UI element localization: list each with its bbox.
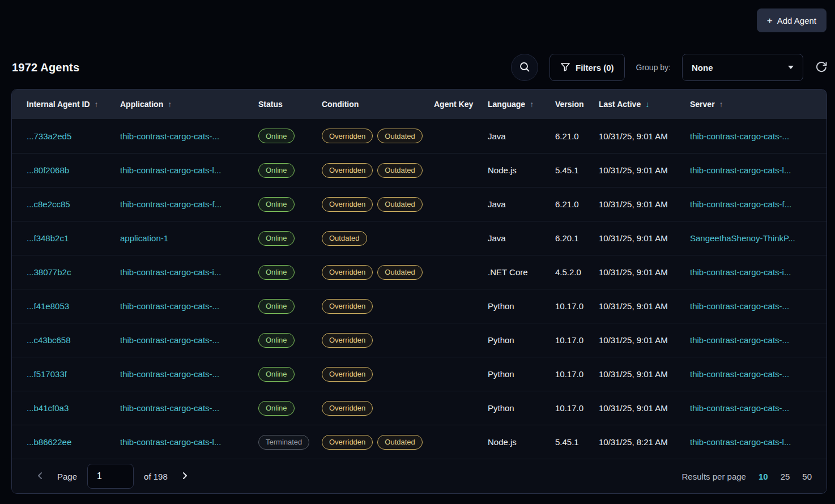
server-link[interactable]: thib-contrast-cargo-cats-...: [690, 403, 789, 413]
server-link[interactable]: thib-contrast-cargo-cats-l...: [690, 437, 791, 447]
refresh-button[interactable]: [815, 60, 828, 75]
cell-last-active: 10/31/25, 9:01 AM: [599, 301, 690, 311]
application-link[interactable]: thib-contrast-cargo-cats-...: [120, 335, 219, 345]
agent-id-link[interactable]: ...f517033f: [27, 369, 67, 379]
cell-language: Java: [488, 131, 555, 141]
server-link[interactable]: thib-contrast-cargo-cats-i...: [690, 267, 791, 277]
cell-server: thib-contrast-cargo-cats-...: [690, 335, 827, 345]
server-link[interactable]: thib-contrast-cargo-cats-...: [690, 301, 789, 311]
cell-server: thib-contrast-cargo-cats-...: [690, 131, 827, 141]
agent-id-link[interactable]: ...b41cf0a3: [27, 403, 69, 413]
cell-status: Online: [258, 129, 322, 143]
table-row: ...c43bc658 thib-contrast-cargo-cats-...…: [12, 323, 827, 357]
agent-id-link[interactable]: ...38077b2c: [27, 267, 71, 277]
application-link[interactable]: thib-contrast-cargo-cats-l...: [120, 437, 221, 447]
table-header-row: Internal Agent ID ↑ Application ↑ Status…: [12, 89, 827, 119]
search-icon: [519, 61, 530, 74]
agent-id-link[interactable]: ...80f2068b: [27, 165, 69, 175]
next-page-button[interactable]: [178, 469, 191, 484]
server-link[interactable]: SangeethaShenoy-ThinkP...: [690, 233, 795, 243]
sort-asc-icon: ↑: [95, 100, 99, 109]
agent-id-link[interactable]: ...b86622ee: [27, 437, 71, 447]
cell-agent-id: ...f348b2c1: [27, 233, 120, 243]
page-total-label: of 198: [144, 472, 168, 481]
condition-badge: Overridden: [322, 265, 373, 280]
application-link[interactable]: thib-contrast-cargo-cats-i...: [120, 267, 221, 277]
table-row: ...f41e8053 thib-contrast-cargo-cats-...…: [12, 289, 827, 323]
cell-application: thib-contrast-cargo-cats-...: [120, 403, 258, 413]
col-header-last-active[interactable]: Last Active ↓: [599, 100, 690, 109]
condition-badge: Outdated: [322, 231, 367, 246]
server-link[interactable]: thib-contrast-cargo-cats-...: [690, 131, 789, 141]
condition-badge: Overridden: [322, 333, 373, 348]
agent-id-link[interactable]: ...c8e2cc85: [27, 199, 70, 209]
per-page-option-25[interactable]: 25: [781, 472, 790, 481]
previous-page-button[interactable]: [33, 469, 47, 484]
cell-version: 6.21.0: [555, 131, 599, 141]
server-link[interactable]: thib-contrast-cargo-cats-l...: [690, 165, 791, 175]
per-page-option-10[interactable]: 10: [759, 472, 768, 481]
col-header-internal-agent-id[interactable]: Internal Agent ID ↑: [27, 100, 120, 109]
agent-id-link[interactable]: ...f41e8053: [27, 301, 69, 311]
status-badge: Online: [258, 265, 295, 280]
col-header-server[interactable]: Server ↑: [690, 100, 827, 109]
filters-label: Filters (0): [576, 63, 614, 72]
cell-status: Online: [258, 265, 322, 280]
application-link[interactable]: thib-contrast-cargo-cats-...: [120, 403, 219, 413]
col-header-agent-key[interactable]: Agent Key: [434, 100, 488, 109]
cell-condition: OverriddenOutdated: [322, 163, 434, 178]
table-row: ...80f2068b thib-contrast-cargo-cats-l..…: [12, 153, 827, 187]
agent-id-link[interactable]: ...733a2ed5: [27, 131, 71, 141]
application-link[interactable]: thib-contrast-cargo-cats-l...: [120, 165, 221, 175]
cell-last-active: 10/31/25, 9:01 AM: [599, 233, 690, 243]
cell-last-active: 10/31/25, 9:01 AM: [599, 199, 690, 209]
col-header-status[interactable]: Status: [258, 100, 322, 109]
page-number-input[interactable]: [87, 464, 134, 489]
refresh-icon: [815, 60, 828, 75]
group-by-select[interactable]: None: [682, 54, 803, 81]
filters-button[interactable]: Filters (0): [549, 54, 625, 81]
table-row: ...38077b2c thib-contrast-cargo-cats-i..…: [12, 255, 827, 289]
server-link[interactable]: thib-contrast-cargo-cats-...: [690, 369, 789, 379]
cell-agent-id: ...38077b2c: [27, 267, 120, 277]
cell-condition: Overridden: [322, 367, 434, 382]
application-link[interactable]: thib-contrast-cargo-cats-...: [120, 369, 219, 379]
application-link[interactable]: thib-contrast-cargo-cats-...: [120, 131, 219, 141]
cell-application: thib-contrast-cargo-cats-i...: [120, 267, 258, 277]
cell-status: Terminated: [258, 435, 322, 450]
cell-last-active: 10/31/25, 9:01 AM: [599, 131, 690, 141]
col-header-condition[interactable]: Condition: [322, 100, 434, 109]
server-link[interactable]: thib-contrast-cargo-cats-f...: [690, 199, 791, 209]
cell-status: Online: [258, 197, 322, 212]
col-header-version[interactable]: Version: [555, 100, 599, 109]
cell-server: thib-contrast-cargo-cats-...: [690, 301, 827, 311]
cell-server: SangeethaShenoy-ThinkP...: [690, 233, 827, 243]
cell-condition: Overridden: [322, 333, 434, 348]
col-header-application[interactable]: Application ↑: [120, 100, 258, 109]
add-agent-button[interactable]: + Add Agent: [757, 8, 827, 32]
col-header-language[interactable]: Language ↑: [488, 100, 555, 109]
cell-language: Python: [488, 301, 555, 311]
agent-id-link[interactable]: ...f348b2c1: [27, 233, 69, 243]
server-link[interactable]: thib-contrast-cargo-cats-...: [690, 335, 789, 345]
condition-badge: Outdated: [377, 163, 423, 178]
status-badge: Online: [258, 367, 295, 382]
cell-version: 10.17.0: [555, 301, 599, 311]
application-link[interactable]: thib-contrast-cargo-cats-f...: [120, 199, 221, 209]
cell-condition: OverriddenOutdated: [322, 435, 434, 450]
table-body: ...733a2ed5 thib-contrast-cargo-cats-...…: [12, 119, 827, 459]
search-button[interactable]: [511, 54, 538, 81]
condition-badge: Overridden: [322, 197, 373, 212]
cell-application: thib-contrast-cargo-cats-l...: [120, 437, 258, 447]
agent-id-link[interactable]: ...c43bc658: [27, 335, 71, 345]
application-link[interactable]: thib-contrast-cargo-cats-...: [120, 301, 219, 311]
application-link[interactable]: application-1: [120, 233, 168, 243]
cell-server: thib-contrast-cargo-cats-l...: [690, 165, 827, 175]
cell-agent-id: ...b41cf0a3: [27, 403, 120, 413]
condition-badge: Outdated: [377, 197, 423, 212]
cell-server: thib-contrast-cargo-cats-...: [690, 369, 827, 379]
per-page-option-50[interactable]: 50: [802, 472, 812, 481]
cell-last-active: 10/31/25, 9:01 AM: [599, 165, 690, 175]
condition-badge: Overridden: [322, 163, 373, 178]
cell-condition: OverriddenOutdated: [322, 265, 434, 280]
